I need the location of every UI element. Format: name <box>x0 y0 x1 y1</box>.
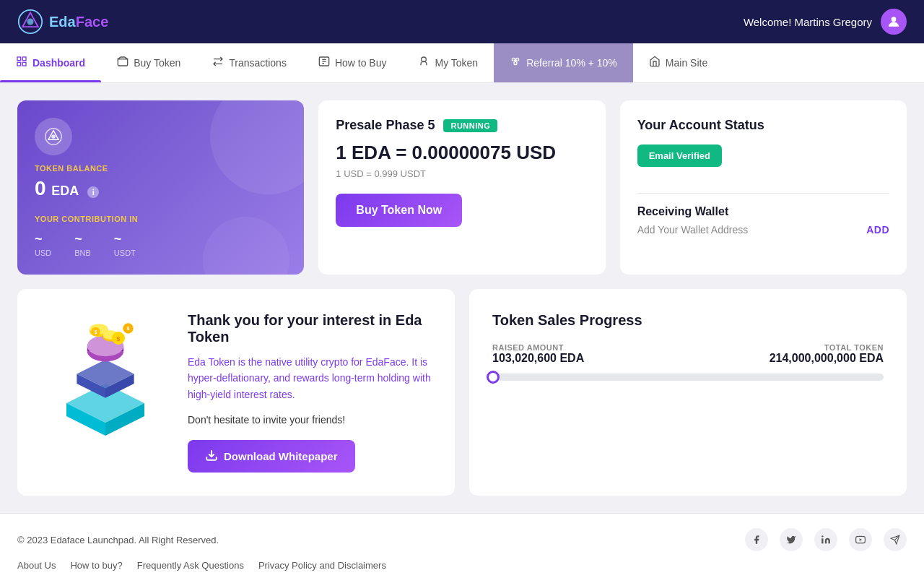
info-sub: Don't hesitate to invite your friends! <box>188 414 432 426</box>
nav-dashboard[interactable]: Dashboard <box>0 43 101 82</box>
avatar[interactable] <box>881 9 907 35</box>
svg-rect-6 <box>17 62 21 66</box>
running-badge: RUNNING <box>443 119 497 132</box>
main-site-icon <box>649 56 661 70</box>
welcome-text: Welcome! Martins Gregory <box>744 16 872 28</box>
progress-dot <box>487 371 500 384</box>
download-whitepaper-button[interactable]: Download Whitepaper <box>188 440 355 473</box>
youtube-icon[interactable] <box>849 528 872 551</box>
svg-marker-45 <box>860 538 862 541</box>
add-wallet-link[interactable]: ADD <box>866 224 889 236</box>
svg-point-3 <box>892 17 897 22</box>
token-balance-label: TOKEN BALANCE <box>35 164 287 173</box>
svg-text:$: $ <box>95 329 97 335</box>
wallet-row: Add Your Wallet Address ADD <box>637 224 889 236</box>
info-illustration: $ $ $ <box>40 312 170 442</box>
presale-sub: 1 USD = 0.999 USDT <box>336 168 588 179</box>
footer-socials <box>745 528 907 551</box>
footer: © 2023 Edaface Launchpad. All Right Rese… <box>0 513 924 578</box>
presale-card: Presale Phase 5 RUNNING 1 EDA = 0.000000… <box>318 100 605 275</box>
my-token-icon <box>418 56 430 70</box>
nav-transactions[interactable]: Transactions <box>196 43 302 82</box>
token-sales-card: Token Sales Progress RAISED AMOUNT 103,0… <box>469 289 907 496</box>
footer-copyright: © 2023 Edaface Launchpad. All Right Rese… <box>17 535 219 545</box>
nav-referral[interactable]: Referral 10% + 10% <box>494 43 633 82</box>
referral-icon <box>510 56 521 70</box>
nav-buy-token[interactable]: Buy Token <box>101 43 196 82</box>
telegram-icon[interactable] <box>884 528 907 551</box>
footer-faq[interactable]: Frequently Ask Questions <box>137 560 244 571</box>
contribution-label: YOUR CONTRIBUTION IN <box>35 215 287 223</box>
token-balance-amount: 0 EDA i <box>35 177 287 200</box>
raised-amount: RAISED AMOUNT 103,020,600 EDA <box>492 343 584 365</box>
wallet-address-text: Add Your Wallet Address <box>637 224 749 236</box>
logo-text: EdaFace <box>49 14 108 30</box>
info-icon[interactable]: i <box>87 186 99 198</box>
logo[interactable]: EdaFace <box>17 9 108 35</box>
footer-how-to-buy[interactable]: How to buy? <box>70 560 122 571</box>
header-right: Welcome! Martins Gregory <box>744 9 907 35</box>
token-balance-card: TOKEN BALANCE 0 EDA i YOUR CONTRIBUTION … <box>17 100 304 275</box>
info-card: $ $ $ Thank you for your interest i <box>17 289 455 496</box>
svg-point-44 <box>821 535 823 537</box>
contribution-usd: ~ USD <box>35 232 51 257</box>
cards-row-1: TOKEN BALANCE 0 EDA i YOUR CONTRIBUTION … <box>17 100 907 275</box>
svg-rect-8 <box>118 59 127 66</box>
footer-top: © 2023 Edaface Launchpad. All Right Rese… <box>17 528 907 551</box>
footer-links: About Us How to buy? Frequently Ask Ques… <box>17 560 907 571</box>
main-content: TOKEN BALANCE 0 EDA i YOUR CONTRIBUTION … <box>0 83 924 513</box>
svg-rect-7 <box>22 62 26 66</box>
progress-bar-container <box>492 374 884 381</box>
account-title: Your Account Status <box>637 118 889 133</box>
total-token: TOTAL TOKEN 214,000,000,000 EDA <box>770 343 884 365</box>
info-content: Thank you for your interest in Eda Token… <box>188 312 432 473</box>
contribution-bnb: ~ BNB <box>74 232 91 257</box>
svg-point-2 <box>27 19 34 25</box>
token-logo <box>35 118 72 155</box>
how-to-buy-icon <box>318 56 330 70</box>
download-icon <box>205 449 218 464</box>
sales-amounts: RAISED AMOUNT 103,020,600 EDA TOTAL TOKE… <box>492 343 884 365</box>
receiving-wallet-label: Receiving Wallet <box>637 205 889 218</box>
nav: Dashboard Buy Token Transactions How to … <box>0 43 924 83</box>
presale-rate: 1 EDA = 0.00000075 USD <box>336 142 588 164</box>
nav-my-token[interactable]: My Token <box>402 43 494 82</box>
nav-how-to-buy[interactable]: How to Buy <box>302 43 403 82</box>
svg-text:$: $ <box>116 335 120 342</box>
account-card: Your Account Status Email Verified Recei… <box>620 100 907 275</box>
transactions-icon <box>212 56 224 70</box>
sales-title: Token Sales Progress <box>492 312 884 329</box>
footer-about[interactable]: About Us <box>17 560 56 571</box>
buy-token-icon <box>117 56 128 70</box>
svg-point-16 <box>514 62 517 65</box>
contribution-row: ~ USD ~ BNB ~ USDT <box>35 232 287 257</box>
dashboard-icon <box>16 56 27 70</box>
svg-text:$: $ <box>127 325 130 332</box>
svg-point-21 <box>51 134 56 139</box>
linkedin-icon[interactable] <box>814 528 837 551</box>
divider <box>637 193 889 194</box>
svg-rect-5 <box>22 57 26 61</box>
twitter-icon[interactable] <box>780 528 803 551</box>
footer-privacy[interactable]: Privacy Policy and Disclaimers <box>258 560 386 571</box>
facebook-icon[interactable] <box>745 528 768 551</box>
header: EdaFace Welcome! Martins Gregory <box>0 0 924 43</box>
presale-title: Presale Phase 5 <box>336 118 435 133</box>
svg-rect-4 <box>17 57 21 61</box>
info-desc: Eda Token is the native utility crypto f… <box>188 354 432 402</box>
presale-header: Presale Phase 5 RUNNING <box>336 118 588 133</box>
contribution-usdt: ~ USDT <box>114 232 136 257</box>
email-verified-badge[interactable]: Email Verified <box>637 144 722 167</box>
nav-main-site[interactable]: Main Site <box>633 43 723 82</box>
info-title: Thank you for your interest in Eda Token <box>188 312 432 345</box>
buy-token-button[interactable]: Buy Token Now <box>336 194 462 227</box>
cards-row-2: $ $ $ Thank you for your interest i <box>17 289 907 496</box>
